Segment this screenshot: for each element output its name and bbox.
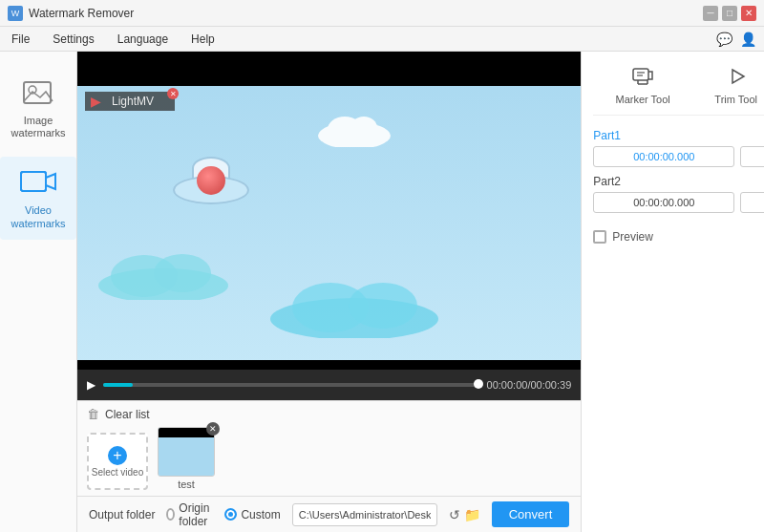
main-layout: Image watermarks Video watermarks	[0, 52, 764, 532]
menu-bar-right: 💬 👤	[716, 32, 756, 47]
trim-tool-label: Trim Tool	[714, 94, 757, 105]
video-frame: ▶ LightMV ✕	[77, 52, 581, 370]
svg-rect-13	[633, 69, 648, 80]
custom-radio[interactable]	[224, 508, 237, 521]
video-tools-row: ▶ LightMV ✕	[77, 52, 764, 532]
watermark-close-icon[interactable]: ✕	[167, 88, 179, 99]
thumb-close-icon[interactable]: ✕	[206, 422, 220, 436]
image-watermarks-icon	[19, 76, 57, 111]
preview-label: Preview	[612, 230, 653, 244]
svg-point-6	[350, 117, 377, 139]
preview-checkbox[interactable]	[593, 230, 606, 244]
close-button[interactable]: ✕	[741, 6, 756, 21]
clear-list-row: 🗑 Clear list	[87, 407, 571, 421]
video-thumbnail: ✕ test	[158, 427, 215, 490]
part2-row: Part2 ✕	[593, 175, 764, 213]
output-folder-label: Output folder	[89, 508, 155, 521]
thumb-preview	[159, 428, 214, 476]
menu-file[interactable]: File	[8, 31, 33, 48]
origin-folder-option[interactable]: Origin folder	[166, 501, 213, 528]
black-bar-top	[77, 52, 581, 86]
svg-rect-2	[21, 172, 46, 191]
marker-tool-label: Marker Tool	[616, 94, 670, 105]
svg-point-9	[154, 254, 211, 292]
file-list-section: 🗑 Clear list + Select video	[77, 400, 581, 496]
user-icon[interactable]: 👤	[740, 32, 756, 47]
wm-play-icon: ▶	[91, 94, 101, 109]
video-section: ▶ LightMV ✕	[77, 52, 581, 532]
title-bar: W Watermark Remover ─ □ ✕	[0, 0, 764, 27]
trash-icon[interactable]: 🗑	[87, 407, 99, 421]
part2-time-row	[593, 192, 764, 213]
part1-end-input[interactable]	[740, 146, 764, 167]
time-display: 00:00:00/00:00:39	[487, 379, 572, 391]
trim-tool-button[interactable]: Trim Tool	[714, 63, 757, 105]
thumb-name: test	[158, 479, 215, 490]
progress-fill	[103, 383, 133, 387]
part1-title: Part1	[593, 129, 764, 142]
window-title: Watermark Remover	[29, 7, 134, 20]
cloud-bottom-left	[96, 243, 230, 300]
origin-radio[interactable]	[166, 508, 175, 521]
thumb-image	[158, 427, 215, 477]
sidebar-item-video-watermarks[interactable]: Video watermarks	[0, 157, 76, 239]
watermark-overlay[interactable]: ▶ LightMV ✕	[85, 92, 175, 111]
menu-help[interactable]: Help	[187, 31, 219, 48]
video-watermarks-icon	[19, 166, 57, 201]
part1-row: Part1	[593, 129, 764, 167]
preview-row: Preview	[593, 230, 764, 244]
custom-folder-option[interactable]: Custom	[224, 508, 280, 521]
marker-tool-icon	[627, 63, 658, 90]
part2-end-input[interactable]	[740, 192, 764, 213]
play-button[interactable]: ▶	[87, 378, 96, 392]
part2-start-input[interactable]	[593, 192, 734, 213]
tools-panel: Marker Tool Trim Tool Part1	[581, 52, 764, 532]
sidebar-item-image-label: Image watermarks	[8, 115, 69, 139]
chat-icon[interactable]: 💬	[716, 32, 732, 47]
sidebar-item-image-watermarks[interactable]: Image watermarks	[0, 67, 76, 149]
sidebar-item-video-label: Video watermarks	[8, 204, 69, 229]
svg-point-12	[349, 283, 417, 329]
part1-time-row	[593, 146, 764, 167]
refresh-icon[interactable]: ↺	[449, 507, 460, 522]
svg-marker-19	[732, 70, 744, 83]
trim-tool-icon	[721, 63, 752, 90]
menu-bar: File Settings Language Help 💬 👤	[0, 27, 764, 52]
custom-radio-label: Custom	[241, 508, 280, 521]
menu-settings[interactable]: Settings	[49, 31, 97, 48]
content-area: ▶ LightMV ✕	[77, 52, 764, 532]
marker-tool-button[interactable]: Marker Tool	[616, 63, 670, 105]
part2-header-row: Part2 ✕	[593, 175, 764, 192]
cloud-bottom-center	[268, 271, 440, 338]
progress-track[interactable]	[103, 383, 479, 387]
title-bar-controls: ─ □ ✕	[703, 6, 756, 21]
maximize-button[interactable]: □	[722, 6, 737, 21]
part2-title: Part2	[593, 175, 621, 188]
title-bar-left: W Watermark Remover	[8, 6, 134, 21]
progress-thumb	[474, 379, 483, 389]
add-video-button[interactable]: + Select video	[87, 433, 148, 490]
part1-start-input[interactable]	[593, 146, 734, 167]
file-thumbnails: + Select video ✕ test	[87, 427, 571, 490]
origin-radio-label: Origin folder	[179, 501, 213, 528]
video-controls: ▶ 00:00:00/00:00:39	[77, 370, 581, 400]
tools-header: Marker Tool Trim Tool	[593, 63, 764, 116]
sidebar: Image watermarks Video watermarks	[0, 52, 77, 532]
output-bar: Output folder Origin folder Custom ↺ 📁	[77, 496, 581, 532]
add-video-label: Select video	[92, 467, 143, 478]
output-path-input[interactable]	[292, 503, 437, 526]
folder-icon[interactable]: 📁	[464, 507, 480, 522]
app-icon: W	[8, 6, 23, 21]
path-icons: ↺ 📁	[449, 507, 480, 522]
watermark-text: LightMV	[112, 95, 154, 108]
ufo-ball	[197, 166, 225, 195]
menu-language[interactable]: Language	[114, 31, 172, 48]
convert-button[interactable]: Convert	[492, 501, 570, 527]
clear-list-label[interactable]: Clear list	[105, 408, 150, 421]
minimize-button[interactable]: ─	[703, 6, 718, 21]
video-player[interactable]: ▶ LightMV ✕	[77, 52, 581, 370]
plus-icon: +	[108, 446, 127, 465]
svg-rect-3	[21, 172, 46, 191]
cloud-right	[316, 109, 393, 147]
black-bar-bottom	[77, 360, 581, 370]
